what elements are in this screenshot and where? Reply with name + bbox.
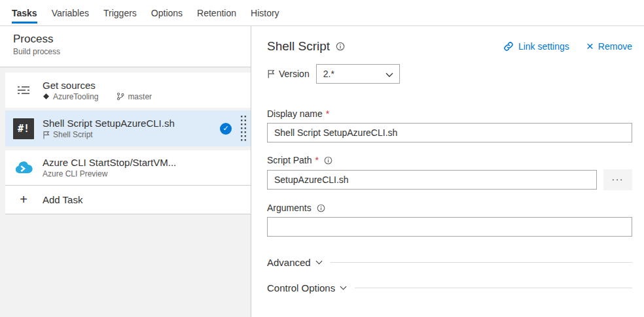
panel-header: Shell Script	[267, 39, 632, 54]
version-value: 2.*	[323, 69, 334, 79]
advanced-section-toggle[interactable]: Advanced	[267, 257, 632, 268]
shell-script-task-type: Shell Script	[53, 130, 93, 139]
process-panel: Process Build process Get sources	[0, 26, 251, 317]
panel-title-wrap: Shell Script	[267, 39, 345, 54]
shell-script-title: Shell Script SetupAzureCLI.sh	[43, 118, 175, 129]
browse-ellipsis-button[interactable]: ...	[603, 169, 632, 190]
tab-retention[interactable]: Retention	[197, 0, 236, 25]
branch-indicator: master	[116, 92, 152, 101]
display-name-field: Display name *	[267, 108, 632, 142]
info-icon[interactable]	[324, 156, 332, 165]
branch-name: master	[128, 92, 152, 101]
add-task-label: Add Task	[43, 194, 82, 205]
main-split: Process Build process Get sources	[0, 26, 644, 317]
drag-handle[interactable]	[241, 114, 247, 143]
get-sources-title: Get sources	[43, 80, 152, 91]
process-subtitle: Build process	[13, 47, 251, 56]
version-flag-icon	[267, 69, 275, 78]
control-options-section-label: Control Options	[267, 282, 335, 293]
flag-icon	[43, 131, 50, 139]
tab-options[interactable]: Options	[151, 0, 183, 25]
arguments-label: Arguments	[267, 203, 632, 213]
remove-label: Remove	[598, 41, 632, 52]
section-divider	[355, 288, 632, 288]
version-label: Version	[279, 69, 310, 79]
task-settings-panel: Shell Script	[251, 26, 644, 317]
repo-icon	[43, 93, 50, 100]
info-icon[interactable]	[317, 204, 325, 212]
arguments-label-text: Arguments	[267, 203, 312, 213]
azure-cli-subtitle: Azure CLI Preview	[43, 169, 176, 178]
script-path-input[interactable]	[267, 170, 597, 190]
link-settings-button[interactable]: Link settings	[503, 41, 569, 52]
script-path-label-text: Script Path	[267, 155, 312, 165]
panel-actions: Link settings × Remove	[503, 41, 632, 52]
required-asterisk: *	[326, 108, 329, 119]
script-path-field: Script Path * ...	[267, 155, 632, 190]
shell-script-main: Shell Script SetupAzureCLI.sh Shell Scri…	[43, 118, 175, 139]
display-name-input[interactable]	[267, 123, 632, 142]
plus-icon: +	[13, 192, 34, 207]
tab-history[interactable]: History	[251, 0, 279, 25]
info-icon[interactable]	[336, 42, 345, 51]
add-task-button[interactable]: + Add Task	[5, 186, 251, 214]
shell-script-subtitle: Shell Script	[43, 130, 175, 139]
required-asterisk: *	[315, 155, 318, 165]
azure-cli-task-type: Azure CLI Preview	[43, 169, 107, 178]
panel-title: Shell Script	[267, 39, 330, 54]
azure-cli-task-icon	[13, 158, 34, 178]
task-row-shell-script[interactable]: #! Shell Script SetupAzureCLI.sh Shell S…	[5, 110, 251, 146]
link-settings-label: Link settings	[518, 41, 569, 52]
chevron-down-icon	[340, 286, 347, 290]
task-row-get-sources[interactable]: Get sources AzureTooling	[5, 73, 251, 108]
version-row: Version 2.*	[267, 64, 632, 84]
chevron-down-icon	[315, 260, 323, 265]
get-sources-subtitle: AzureTooling	[43, 92, 152, 101]
display-name-label-text: Display name	[267, 108, 323, 119]
advanced-section-label: Advanced	[267, 257, 311, 268]
task-row-azure-cli[interactable]: Azure CLI StartStop/StartVM... Azure CLI…	[5, 150, 251, 186]
script-path-label: Script Path *	[267, 155, 632, 165]
tab-tasks[interactable]: Tasks	[12, 0, 37, 25]
task-list: Get sources AzureTooling	[0, 67, 251, 317]
arguments-input[interactable]	[267, 217, 632, 237]
repo-name: AzureTooling	[53, 92, 98, 101]
get-sources-icon	[13, 80, 34, 101]
branch-icon	[116, 92, 124, 101]
build-pipeline-editor: Tasks Variables Triggers Options Retenti…	[0, 0, 644, 317]
chevron-down-icon	[385, 69, 393, 79]
section-divider	[331, 262, 632, 263]
azure-cli-title: Azure CLI StartStop/StartVM...	[43, 157, 176, 168]
get-sources-main: Get sources AzureTooling	[43, 80, 152, 101]
shell-script-task-icon: #!	[13, 118, 34, 139]
close-icon: ×	[586, 42, 594, 51]
tab-triggers[interactable]: Triggers	[103, 0, 137, 25]
display-name-label: Display name *	[267, 108, 632, 119]
selected-check-icon: ✓	[220, 123, 232, 135]
arguments-field: Arguments	[267, 203, 632, 237]
repo-indicator: AzureTooling	[43, 92, 98, 101]
azure-cli-main: Azure CLI StartStop/StartVM... Azure CLI…	[43, 157, 176, 178]
version-dropdown[interactable]: 2.*	[316, 64, 400, 84]
process-header[interactable]: Process Build process	[0, 26, 251, 67]
tab-variables[interactable]: Variables	[52, 0, 89, 25]
link-icon	[503, 41, 514, 52]
process-title: Process	[13, 33, 251, 46]
remove-button[interactable]: × Remove	[586, 41, 632, 52]
script-path-input-row: ...	[267, 169, 632, 190]
control-options-section-toggle[interactable]: Control Options	[267, 282, 632, 293]
tab-bar: Tasks Variables Triggers Options Retenti…	[0, 0, 644, 26]
